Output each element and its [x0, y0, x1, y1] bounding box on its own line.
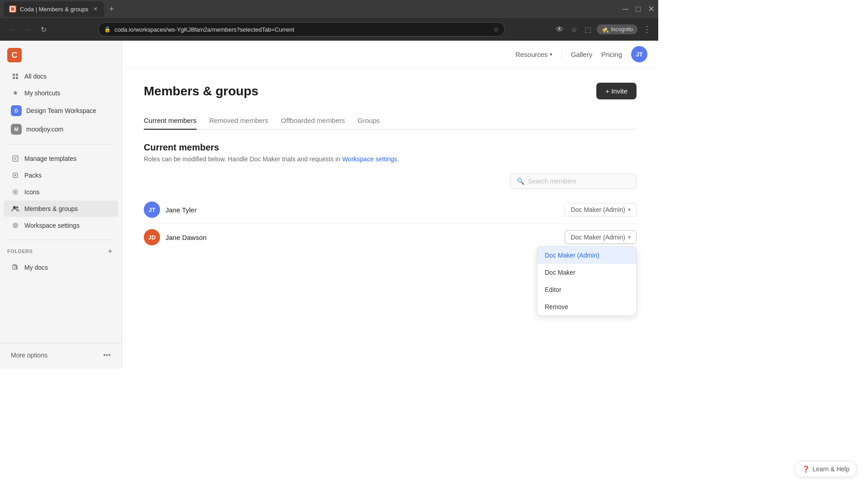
- sidebar-item-manage-templates[interactable]: Manage templates: [4, 150, 118, 167]
- dropdown-item-editor[interactable]: Editor: [538, 281, 636, 298]
- jane-dawson-dropdown-arrow-icon: ▾: [628, 234, 631, 240]
- sidebar-bottom: More options •••: [0, 343, 122, 369]
- jane-tyler-role-dropdown[interactable]: Doc Maker (Admin) ▾: [565, 203, 637, 216]
- tab-title: Coda | Members & groups: [20, 6, 89, 13]
- sidebar-item-members-groups[interactable]: Members & groups +: [4, 201, 118, 217]
- search-input[interactable]: [528, 178, 630, 185]
- page-tabs: Current members Removed members Offboard…: [144, 112, 637, 130]
- shortcuts-label: My shortcuts: [24, 89, 111, 97]
- incognito-badge: 🕵 Incognito: [597, 24, 637, 34]
- more-dots-icon: •••: [103, 351, 111, 359]
- sidebar-divider-2: [7, 239, 114, 240]
- more-options-button[interactable]: More options •••: [4, 347, 118, 363]
- top-nav: Resources ▾ Gallery Pricing JT: [122, 41, 658, 68]
- reload-button[interactable]: ↻: [38, 23, 49, 37]
- page-title: Members & groups: [144, 84, 259, 99]
- section-title: Current members: [144, 142, 637, 153]
- members-groups-icon: [11, 204, 20, 213]
- member-row-jane-tyler: JT Jane Tyler Doc Maker (Admin) ▾: [144, 196, 637, 224]
- gallery-nav-link[interactable]: Gallery: [571, 51, 593, 58]
- more-browser-button[interactable]: ⋮: [641, 23, 653, 36]
- jane-dawson-role: Doc Maker (Admin): [571, 234, 625, 241]
- packs-label: Packs: [24, 172, 111, 179]
- maximize-button[interactable]: □: [636, 5, 641, 14]
- tab-groups[interactable]: Groups: [358, 112, 380, 130]
- dropdown-item-doc-maker[interactable]: Doc Maker: [538, 264, 636, 281]
- pricing-label: Pricing: [601, 51, 622, 58]
- browser-controls: ← → ↻ 🔒 coda.io/workspaces/ws-YgKJ8fam2a…: [0, 18, 658, 41]
- tab-current-members[interactable]: Current members: [144, 112, 197, 130]
- search-input-wrap[interactable]: 🔍: [510, 174, 637, 189]
- manage-templates-label: Manage templates: [24, 155, 111, 162]
- active-tab[interactable]: Coda | Members & groups ✕: [4, 1, 104, 17]
- shortcuts-icon: [11, 89, 20, 98]
- new-tab-button[interactable]: +: [106, 3, 118, 16]
- invite-button[interactable]: + Invite: [596, 83, 637, 99]
- svg-point-6: [14, 174, 16, 176]
- tab-favicon: [9, 5, 16, 13]
- svg-point-9: [13, 206, 16, 209]
- all-docs-icon: [11, 72, 20, 81]
- sidebar-item-icons[interactable]: Icons: [4, 184, 118, 200]
- svg-point-10: [16, 206, 19, 209]
- workspace-settings-link[interactable]: Workspace settings: [342, 155, 397, 163]
- user-avatar[interactable]: JT: [631, 46, 647, 62]
- coda-logo[interactable]: C: [7, 48, 22, 62]
- minimize-button[interactable]: ─: [623, 5, 628, 14]
- sidebar: C All docs My shortcuts D Design Te: [0, 41, 122, 369]
- browser-right-icons: 👁 ☆ ⬚ 🕵 Incognito ⋮: [554, 23, 653, 36]
- more-options-label: More options: [11, 352, 99, 359]
- sidebar-item-workspace[interactable]: D Design Team Workspace: [4, 102, 118, 120]
- address-bar[interactable]: 🔒 coda.io/workspaces/ws-YgKJ8fam2a/membe…: [98, 22, 505, 37]
- members-toolbar: 🔍: [144, 174, 637, 189]
- workspace-avatar: D: [11, 105, 22, 116]
- tab-offboarded-members[interactable]: Offboarded members: [281, 112, 345, 130]
- tab-removed-members[interactable]: Removed members: [209, 112, 269, 130]
- moodjoy-avatar: M: [11, 124, 22, 135]
- dropdown-item-remove[interactable]: Remove: [538, 298, 636, 315]
- members-list: JT Jane Tyler Doc Maker (Admin) ▾ JD Jan…: [144, 196, 637, 251]
- sidebar-item-my-docs[interactable]: My docs: [4, 259, 118, 276]
- moodjoy-label: moodjoy.com: [26, 126, 111, 133]
- jane-dawson-role-dropdown[interactable]: Doc Maker (Admin) ▾: [565, 230, 637, 244]
- jane-tyler-dropdown-arrow-icon: ▾: [628, 206, 631, 213]
- svg-rect-2: [13, 77, 15, 79]
- bookmark-icon[interactable]: ☆: [569, 23, 579, 36]
- workspace-label: Design Team Workspace: [26, 107, 111, 114]
- sidebar-item-workspace-settings[interactable]: Workspace settings: [4, 217, 118, 234]
- main-content: Resources ▾ Gallery Pricing JT Members &…: [122, 41, 658, 369]
- sidebar-item-moodjoy[interactable]: M moodjoy.com: [4, 120, 118, 138]
- forward-button[interactable]: →: [22, 23, 34, 36]
- app-container: C All docs My shortcuts D Design Te: [0, 41, 658, 369]
- sidebar-main-nav: All docs My shortcuts D Design Team Work…: [0, 66, 122, 141]
- add-folder-button[interactable]: +: [106, 246, 114, 256]
- pricing-nav-link[interactable]: Pricing: [601, 51, 622, 58]
- dropdown-item-doc-maker-admin[interactable]: Doc Maker (Admin): [538, 247, 636, 264]
- svg-rect-3: [16, 77, 18, 79]
- resources-nav-link[interactable]: Resources ▾: [515, 51, 552, 58]
- all-docs-label: All docs: [24, 73, 111, 80]
- workspace-settings-label: Workspace settings: [24, 222, 111, 229]
- jane-tyler-role: Doc Maker (Admin): [571, 206, 625, 213]
- section-description: Roles can be modified below. Handle Doc …: [144, 155, 637, 163]
- browser-chrome: Coda | Members & groups ✕ + ─ □ ✕ ← → ↻ …: [0, 0, 658, 41]
- manage-templates-icon: [11, 154, 20, 163]
- role-dropdown-menu: Doc Maker (Admin) Doc Maker Editor Remov…: [537, 246, 637, 316]
- sidebar-item-all-docs[interactable]: All docs: [4, 68, 118, 84]
- back-button[interactable]: ←: [5, 23, 18, 36]
- svg-rect-0: [13, 74, 15, 76]
- sidebar-divider-1: [7, 144, 114, 145]
- sidebar-item-shortcuts[interactable]: My shortcuts: [4, 85, 118, 101]
- jane-tyler-avatar: JT: [144, 202, 160, 218]
- folders-section-header: FOLDERS +: [0, 244, 122, 259]
- page-header: Members & groups + Invite: [144, 83, 637, 99]
- tab-close-button[interactable]: ✕: [92, 5, 99, 13]
- sidebar-logo: C: [0, 41, 122, 66]
- sidebar-item-packs[interactable]: Packs: [4, 167, 118, 183]
- eye-off-icon[interactable]: 👁: [554, 23, 566, 36]
- search-icon: 🔍: [517, 178, 524, 185]
- star-icon[interactable]: ☆: [493, 26, 499, 33]
- split-view-icon[interactable]: ⬚: [583, 23, 593, 36]
- close-window-button[interactable]: ✕: [648, 4, 655, 14]
- incognito-icon: 🕵: [601, 26, 609, 33]
